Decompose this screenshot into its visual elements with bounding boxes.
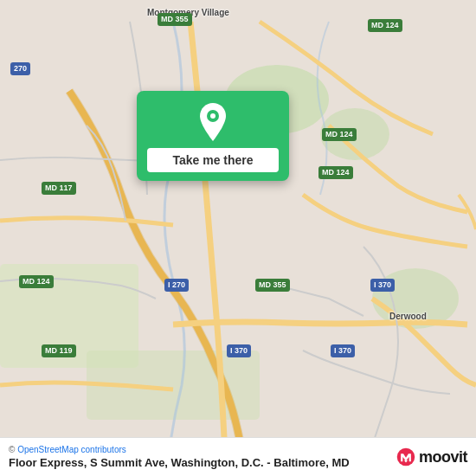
road-badge-i370-right: I 370 — [370, 279, 395, 292]
bottom-left-info: © OpenStreetMap contributors Floor Expre… — [9, 445, 350, 469]
road-badge-md355-lower: MD 355 — [255, 279, 290, 292]
osm-link[interactable]: OpenStreetMap contributors — [17, 445, 126, 454]
osm-credit: © OpenStreetMap contributors — [9, 445, 350, 454]
moovit-icon — [396, 447, 415, 466]
road-badge-md117: MD 117 — [42, 182, 76, 195]
road-badge-i370-lower-right: I 370 — [331, 344, 355, 357]
svg-point-8 — [397, 448, 415, 466]
road-badge-md119: MD 119 — [42, 344, 76, 357]
road-badge-md355-top: MD 355 — [158, 13, 192, 26]
road-badge-md124-mid1: MD 124 — [322, 128, 357, 141]
road-badge-i370-lower-mid: I 370 — [227, 344, 251, 357]
road-badge-270-left: 270 — [10, 62, 30, 75]
popup-card[interactable]: Take me there — [137, 91, 289, 181]
location-title: Floor Express, S Summit Ave, Washington,… — [9, 456, 350, 469]
take-me-there-button[interactable]: Take me there — [147, 148, 279, 172]
road-badge-md124-top: MD 124 — [368, 19, 402, 32]
map-container: Montgomery Village Derwood MD 355 MD 124… — [0, 0, 476, 476]
moovit-text: moovit — [419, 448, 467, 466]
bottom-bar: © OpenStreetMap contributors Floor Expre… — [0, 437, 476, 476]
svg-point-7 — [210, 113, 215, 119]
moovit-logo: moovit — [396, 447, 467, 466]
road-badge-i270-lower: I 270 — [164, 279, 189, 292]
map-background — [0, 0, 476, 476]
place-label-derwood: Derwood — [389, 312, 427, 321]
location-pin-icon — [197, 103, 228, 141]
road-badge-md124-lower: MD 124 — [19, 275, 54, 288]
road-badge-md124-mid2: MD 124 — [318, 166, 353, 179]
